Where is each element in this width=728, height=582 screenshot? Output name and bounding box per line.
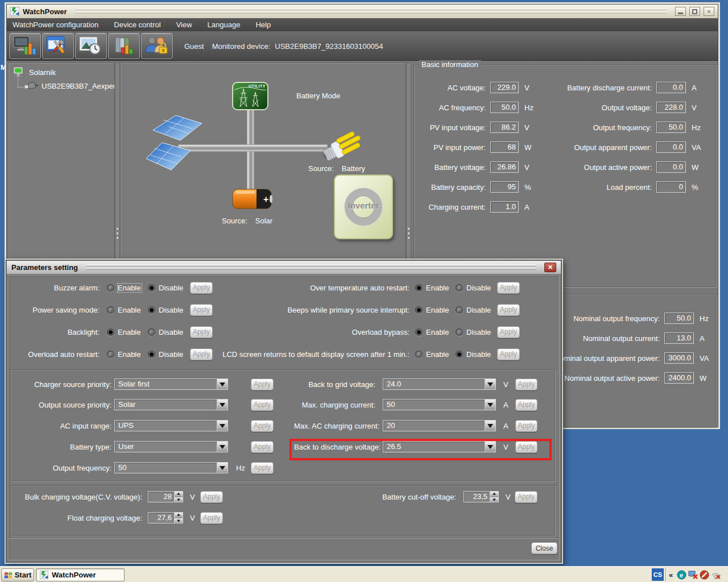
ac-input-range-select[interactable]: UPS: [114, 420, 228, 431]
lcd-return-enable-label[interactable]: Enable: [426, 350, 450, 359]
beeps-interrupt-disable-radio[interactable]: [456, 306, 463, 314]
overload-restart-enable-radio[interactable]: [107, 351, 114, 358]
tray-chevron-icon[interactable]: «: [669, 571, 673, 579]
system-tray: « e: [665, 568, 727, 581]
battery-cutoff-voltage-apply-button[interactable]: Apply: [515, 491, 537, 503]
charger-source-priority-apply-button[interactable]: Apply: [251, 379, 274, 390]
wireless-error-icon[interactable]: [711, 570, 721, 580]
menu-language[interactable]: Language: [208, 20, 241, 29]
spin-up-icon[interactable]: [175, 492, 183, 497]
max-charging-current-select[interactable]: 50: [383, 399, 496, 410]
chevron-down-icon[interactable]: [217, 379, 228, 389]
beeps-interrupt-enable-label[interactable]: Enable: [426, 306, 450, 314]
books-stats-icon[interactable]: [108, 33, 140, 59]
ac-input-range-apply-button[interactable]: Apply: [251, 420, 274, 432]
max-charging-current-apply-button[interactable]: Apply: [515, 399, 537, 411]
charger-source-priority-select[interactable]: Solar first: [114, 379, 228, 390]
back-to-grid-voltage-select[interactable]: 24.0: [383, 379, 496, 390]
lcd-return-enable-radio[interactable]: [415, 351, 423, 358]
over-temperature-disable-radio[interactable]: [456, 284, 463, 292]
output-source-priority-apply-button[interactable]: Apply: [251, 399, 274, 411]
menu-view[interactable]: View: [176, 20, 192, 29]
start-button[interactable]: Start: [1, 568, 34, 581]
battery-cutoff-voltage-spinner[interactable]: 23,5: [464, 491, 499, 502]
taskbar-app-watchpower[interactable]: WatchPower: [36, 568, 125, 581]
spin-down-icon[interactable]: [175, 518, 183, 523]
output-active-power-label: Output active power:: [556, 163, 652, 172]
menu-device-control[interactable]: Device control: [114, 20, 160, 29]
back-to-discharge-voltage-apply-button[interactable]: Apply: [515, 441, 537, 453]
spin-down-icon[interactable]: [490, 497, 498, 502]
users-lock-icon[interactable]: [141, 33, 173, 59]
max-charging-current-label: Max. charging current:: [294, 401, 375, 409]
blocked-icon[interactable]: [700, 570, 709, 580]
float-charging-voltage-apply-button[interactable]: Apply: [200, 512, 223, 524]
spin-up-icon[interactable]: [490, 492, 498, 497]
menu-help[interactable]: Help: [255, 20, 271, 29]
max-ac-charging-current-select[interactable]: 20: [383, 420, 496, 431]
menu-watchpower-configuration[interactable]: WatchPower configuration: [13, 20, 98, 29]
overload-bypass-disable-label[interactable]: Disable: [466, 328, 493, 336]
dialog-close-icon[interactable]: ✕: [544, 263, 556, 272]
over-temperature-apply-button[interactable]: Apply: [497, 282, 520, 294]
buzzer-enable-radio[interactable]: [107, 284, 114, 292]
spin-down-icon[interactable]: [175, 497, 183, 502]
chevron-down-icon[interactable]: [485, 379, 495, 389]
user-role: Guest: [184, 42, 204, 51]
chevron-down-icon[interactable]: [485, 442, 495, 452]
backlight-enable-radio[interactable]: [107, 329, 114, 336]
output-frequency-select[interactable]: 50: [114, 462, 228, 473]
bulk-charging-voltage-spinner[interactable]: 28: [148, 491, 183, 502]
lcd-return-disable-label[interactable]: Disable: [466, 350, 493, 359]
dialog-close-button[interactable]: Close: [531, 542, 557, 554]
tree-node-root[interactable]: Solarnik: [13, 66, 56, 78]
dialog-title: Parameters setting: [11, 263, 78, 272]
float-charging-voltage-label: Float charging voltage:: [10, 514, 142, 522]
battery-voltage-label: Battery voltage:: [419, 163, 486, 172]
chevron-down-icon[interactable]: [485, 400, 495, 410]
overload-bypass-disable-radio[interactable]: [456, 329, 463, 336]
over-temperature-enable-radio[interactable]: [415, 284, 423, 292]
chevron-down-icon[interactable]: [485, 421, 495, 431]
lcd-return-apply-button[interactable]: Apply: [497, 348, 520, 360]
bulk-charging-voltage-apply-button[interactable]: Apply: [200, 491, 223, 503]
lcd-return-disable-radio[interactable]: [456, 351, 463, 358]
overload-bypass-apply-button[interactable]: Apply: [497, 326, 520, 338]
beeps-interrupt-apply-button[interactable]: Apply: [497, 304, 520, 316]
back-to-discharge-voltage-select[interactable]: 26.5: [383, 441, 496, 452]
tree-node-device[interactable]: USB2E9B3B7_Aexpert_: [23, 81, 115, 90]
dialog-titlebar[interactable]: Parameters setting ✕: [7, 261, 561, 274]
power-saving-enable-radio[interactable]: [107, 306, 114, 314]
output-voltage-label: Output voltage:: [556, 103, 652, 112]
mode-label: Battery Mode: [296, 92, 340, 100]
over-temperature-enable-label[interactable]: Enable: [426, 284, 450, 292]
overload-bypass-enable-radio[interactable]: [415, 329, 423, 336]
float-charging-voltage-spinner[interactable]: 27,6: [148, 512, 183, 523]
spin-up-icon[interactable]: [175, 513, 183, 518]
language-indicator[interactable]: CS: [652, 568, 664, 581]
battery-type-apply-button[interactable]: Apply: [251, 441, 274, 453]
chevron-down-icon[interactable]: [217, 400, 228, 410]
image-log-icon[interactable]: [75, 33, 107, 59]
network-error-icon[interactable]: [688, 570, 698, 580]
eset-icon[interactable]: e: [677, 570, 686, 580]
chevron-down-icon[interactable]: [217, 421, 228, 431]
battery-type-select[interactable]: User: [114, 441, 228, 452]
monitor-chart-icon[interactable]: [9, 33, 41, 59]
beeps-interrupt-enable-radio[interactable]: [415, 306, 423, 314]
output-source-priority-select[interactable]: Solar: [114, 399, 228, 410]
chevron-down-icon[interactable]: [217, 463, 228, 473]
max-ac-charging-current-apply-button[interactable]: Apply: [515, 420, 537, 432]
back-to-grid-voltage-apply-button[interactable]: Apply: [515, 379, 537, 390]
maximize-button[interactable]: [689, 7, 700, 16]
beeps-interrupt-disable-label[interactable]: Disable: [466, 306, 493, 314]
minimize-button[interactable]: [675, 7, 686, 16]
overload-bypass-enable-label[interactable]: Enable: [426, 328, 450, 336]
chevron-down-icon[interactable]: [217, 442, 228, 452]
window-titlebar[interactable]: WatchPower ×: [7, 5, 718, 18]
utility-label: UTILITY: [249, 84, 266, 88]
output-frequency-apply-button[interactable]: Apply: [251, 462, 274, 474]
close-button[interactable]: ×: [704, 7, 714, 16]
over-temperature-disable-label[interactable]: Disable: [466, 284, 493, 292]
window-tools-icon[interactable]: [42, 33, 74, 59]
